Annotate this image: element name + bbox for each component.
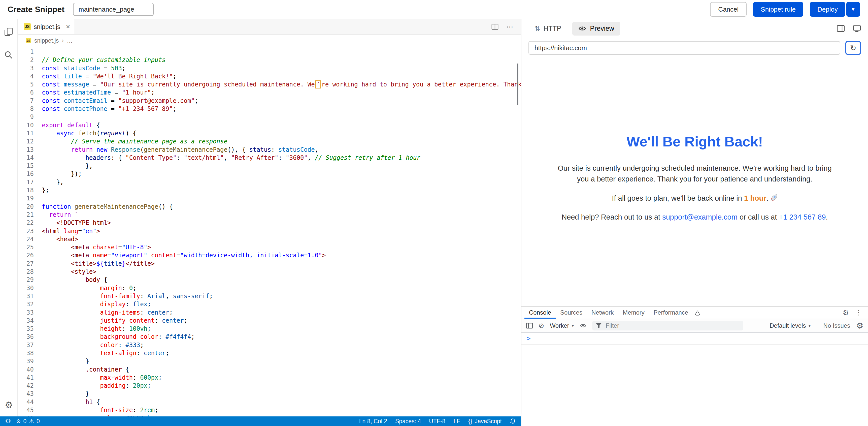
search-icon[interactable] [2, 49, 14, 60]
support-email-link[interactable]: support@example.com [662, 213, 738, 221]
code-line[interactable]: 44 h1 { [18, 398, 521, 406]
code-line[interactable]: 13 return new Response(generateMaintenan… [18, 146, 521, 154]
code-line[interactable]: 10export default { [18, 121, 521, 129]
refresh-button[interactable]: ↻ [845, 41, 861, 55]
console-sidebar-icon[interactable] [526, 323, 533, 329]
url-input[interactable] [528, 41, 840, 55]
console-settings-gear-icon[interactable]: ⚙ [856, 321, 864, 331]
code-line[interactable]: 35 height: 100vh; [18, 325, 521, 333]
code-line[interactable]: 2// Define your customizable inputs [18, 56, 521, 64]
remote-indicator-icon[interactable] [5, 419, 11, 424]
code-line[interactable]: 29 body { [18, 276, 521, 284]
code-line[interactable]: 32 display: flex; [18, 300, 521, 308]
code-line[interactable]: 12 // Serve the maintenance page as a re… [18, 137, 521, 145]
split-editor-icon[interactable] [491, 23, 499, 30]
code-line[interactable]: 7const contactEmail = "support@example.c… [18, 97, 521, 105]
log-levels-selector[interactable]: Default levels ▾ [770, 322, 811, 329]
device-icon[interactable] [853, 25, 861, 32]
language-mode[interactable]: {} JavaScript [468, 418, 502, 425]
code-editor[interactable]: 12// Define your customizable inputs3con… [18, 47, 521, 417]
cancel-button[interactable]: Cancel [710, 2, 747, 17]
code-line[interactable]: 21 return ` [18, 211, 521, 219]
notifications-bell-icon[interactable] [510, 418, 516, 425]
code-line[interactable]: 43 } [18, 390, 521, 398]
devtools-tab-memory[interactable]: Memory [618, 307, 649, 319]
code-line[interactable]: 16 }); [18, 170, 521, 178]
code-line[interactable]: 42 padding: 20px; [18, 381, 521, 390]
code-line[interactable]: 1 [18, 48, 521, 56]
devtools-settings-gear-icon[interactable]: ⚙ [842, 309, 849, 317]
phone-link[interactable]: +1 234 567 89 [779, 213, 826, 221]
issues-counter[interactable]: No Issues [824, 322, 850, 329]
code-line[interactable]: 14 headers: { "Content-Type": "text/html… [18, 154, 521, 162]
breadcrumb-file[interactable]: snippet.js [34, 37, 59, 44]
code-line[interactable]: 23<html lang="en"> [18, 227, 521, 235]
console-output[interactable]: > [521, 333, 868, 426]
editor-scrollbar[interactable] [517, 63, 518, 105]
devtools-tab-console[interactable]: Console [524, 307, 556, 319]
code-line[interactable]: 37 color: #333; [18, 341, 521, 349]
cursor-position[interactable]: Ln 8, Col 2 [359, 418, 387, 425]
devtools-tab-sources[interactable]: Sources [556, 307, 587, 319]
code-line[interactable]: 39 } [18, 357, 521, 365]
eol-setting[interactable]: LF [454, 418, 460, 425]
snippet-name-input[interactable] [73, 3, 154, 16]
console-prompt-row[interactable]: > [521, 333, 868, 345]
code-line[interactable]: 24 <head> [18, 235, 521, 243]
code-line[interactable]: 28 <style> [18, 268, 521, 276]
settings-gear-icon[interactable]: ⚙ [0, 400, 18, 410]
code-line[interactable]: 8const contactPhone = "+1 234 567 89"; [18, 105, 521, 113]
code-line[interactable]: 45 font-size: 2rem; [18, 406, 521, 414]
devtools-tab-performance[interactable]: Performance [649, 307, 693, 319]
code-line[interactable]: 40 .container { [18, 366, 521, 374]
code-line[interactable]: 6const estimatedTime = "1 hour"; [18, 88, 521, 96]
breadcrumb[interactable]: JS snippet.js › … [18, 35, 521, 47]
code-line[interactable]: 33 align-items: center; [18, 309, 521, 317]
live-expression-eye-icon[interactable] [580, 323, 587, 328]
code-line[interactable]: 9 [18, 113, 521, 121]
editor-workbench: JS snippet.js × ⋯ JS snippet.js › [18, 19, 521, 417]
breadcrumb-more[interactable]: … [67, 37, 72, 44]
code-line[interactable]: 26 <meta name="viewport" content="width=… [18, 251, 521, 259]
problems-indicator[interactable]: ⊗ 0 ⚠ 0 [16, 418, 40, 425]
code-line[interactable]: 15 }, [18, 162, 521, 170]
clear-console-icon[interactable]: ⊘ [538, 322, 544, 330]
tab-http[interactable]: ⇅ HTTP [528, 22, 567, 35]
code-line[interactable]: 4const title = "We'll Be Right Back!"; [18, 72, 521, 80]
warning-count: 0 [36, 418, 40, 425]
code-line[interactable]: 22 <!DOCTYPE html> [18, 219, 521, 227]
filter-input[interactable] [605, 322, 740, 330]
code-line[interactable]: 3const statusCode = 503; [18, 64, 521, 72]
files-icon[interactable] [2, 26, 14, 37]
code-line[interactable]: 25 <meta charset="UTF-8"> [18, 243, 521, 251]
tab-snippet-js[interactable]: JS snippet.js × [18, 19, 75, 34]
devtools-tab-network[interactable]: Network [587, 307, 618, 319]
code-line[interactable]: 41 max-width: 600px; [18, 374, 521, 381]
experiments-flask-icon[interactable] [695, 307, 700, 319]
code-line[interactable]: 18}; [18, 186, 521, 194]
deploy-button[interactable]: Deploy [810, 2, 845, 17]
code-line[interactable]: 36 background-color: #f4f4f4; [18, 333, 521, 341]
code-line[interactable]: 5const message = "Our site is currently … [18, 80, 521, 88]
context-selector[interactable]: Worker ▾ [550, 322, 574, 329]
deploy-dropdown-button[interactable]: ▾ [846, 2, 860, 17]
encoding-setting[interactable]: UTF-8 [429, 418, 445, 425]
snippet-rule-button[interactable]: Snippet rule [753, 2, 803, 17]
code-line[interactable]: 17 }, [18, 178, 521, 186]
code-line[interactable]: 30 margin: 0; [18, 284, 521, 292]
close-icon[interactable]: × [66, 23, 70, 30]
kebab-menu-icon[interactable]: ⋮ [856, 309, 862, 317]
console-prompt[interactable]: > [527, 335, 530, 342]
code-line[interactable]: 27 <title>${title}</title> [18, 260, 521, 268]
code-line[interactable]: 31 font-family: Arial, sans-serif; [18, 292, 521, 300]
indentation-setting[interactable]: Spaces: 4 [395, 418, 421, 425]
code-line[interactable]: 46 color: #2563eb; [18, 414, 521, 417]
code-line[interactable]: 34 justify-content: center; [18, 317, 521, 325]
split-panel-icon[interactable] [837, 25, 845, 32]
code-line[interactable]: 38 text-align: center; [18, 349, 521, 357]
code-line[interactable]: 11 async fetch(request) { [18, 129, 521, 137]
code-line[interactable]: 20function generateMaintenancePage() { [18, 203, 521, 211]
code-line[interactable]: 19 [18, 194, 521, 202]
more-actions-icon[interactable]: ⋯ [506, 23, 514, 31]
tab-preview[interactable]: Preview [572, 22, 620, 35]
